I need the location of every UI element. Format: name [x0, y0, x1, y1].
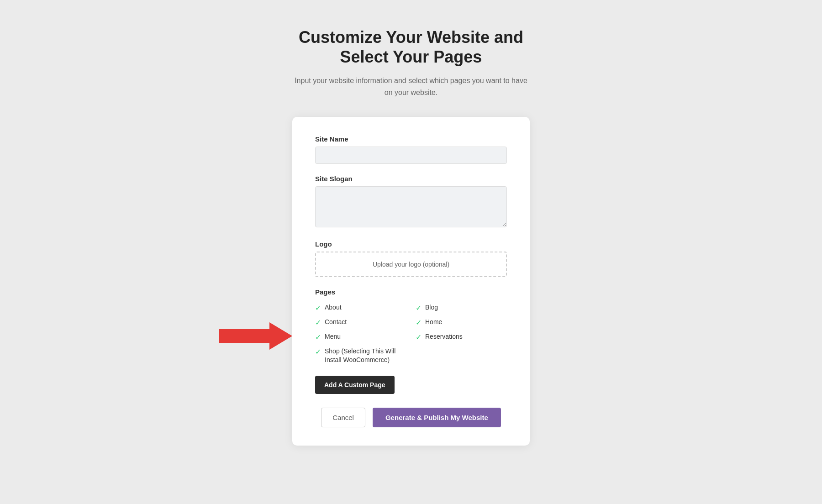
check-menu: ✓: [315, 333, 321, 341]
main-card: Site Name Site Slogan Logo Upload your l…: [292, 117, 530, 446]
logo-label: Logo: [315, 240, 507, 248]
check-home: ✓: [416, 318, 422, 327]
cancel-button[interactable]: Cancel: [321, 408, 365, 427]
page-label-menu: Menu: [325, 332, 341, 341]
check-shop: ✓: [315, 347, 321, 356]
site-name-group: Site Name: [315, 135, 507, 164]
site-slogan-input[interactable]: [315, 186, 507, 227]
site-name-label: Site Name: [315, 135, 507, 143]
page-label-contact: Contact: [325, 318, 347, 327]
svg-marker-0: [219, 322, 292, 350]
page-label-reservations: Reservations: [425, 332, 463, 341]
page-item-contact[interactable]: ✓ Contact: [315, 318, 406, 327]
page-item-shop[interactable]: ✓ Shop (Selecting This Will Install WooC…: [315, 347, 406, 365]
add-custom-page-button[interactable]: Add A Custom Page: [315, 376, 395, 394]
publish-button[interactable]: Generate & Publish My Website: [373, 408, 501, 427]
page-item-home[interactable]: ✓ Home: [416, 318, 507, 327]
footer-actions: Cancel Generate & Publish My Website: [315, 408, 507, 427]
site-slogan-label: Site Slogan: [315, 175, 507, 183]
check-reservations: ✓: [416, 333, 422, 341]
check-blog: ✓: [416, 304, 422, 312]
page-title-line2: Select Your Pages: [340, 47, 482, 66]
page-item-blog[interactable]: ✓ Blog: [416, 303, 507, 312]
logo-upload-text: Upload your logo (optional): [373, 261, 449, 268]
page-item-about[interactable]: ✓ About: [315, 303, 406, 312]
page-subtitle: Input your website information and selec…: [292, 75, 530, 98]
page-label-blog: Blog: [425, 303, 438, 312]
page-label-shop: Shop (Selecting This Will Install WooCom…: [325, 347, 406, 365]
pages-label: Pages: [315, 288, 507, 296]
site-slogan-group: Site Slogan: [315, 175, 507, 229]
logo-group: Logo Upload your logo (optional): [315, 240, 507, 277]
page-item-reservations[interactable]: ✓ Reservations: [416, 332, 507, 341]
page-label-about: About: [325, 303, 342, 312]
page-item-menu[interactable]: ✓ Menu: [315, 332, 406, 341]
check-contact: ✓: [315, 318, 321, 327]
check-about: ✓: [315, 304, 321, 312]
pages-grid: ✓ About ✓ Blog ✓ Contact ✓ Home ✓ Menu: [315, 303, 507, 365]
logo-upload-area[interactable]: Upload your logo (optional): [315, 252, 507, 277]
page-title-line1: Customize Your Website and: [299, 28, 523, 47]
page-title: Customize Your Website and Select Your P…: [299, 27, 523, 67]
page-label-home: Home: [425, 318, 442, 327]
arrow-annotation: [219, 322, 292, 352]
pages-section: Pages ✓ About ✓ Blog ✓ Contact ✓ Home: [315, 288, 507, 408]
site-name-input[interactable]: [315, 147, 507, 164]
